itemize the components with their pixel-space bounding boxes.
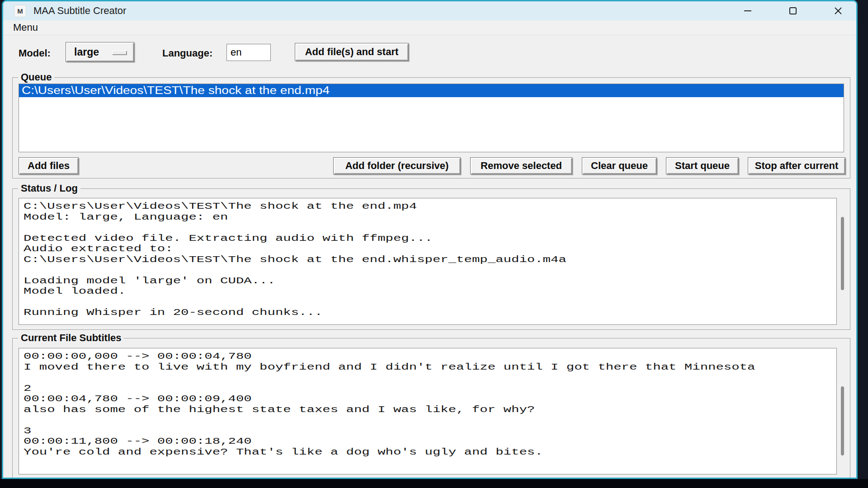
close-icon [834, 7, 842, 15]
queue-list-item[interactable]: C:\Users\User\Videos\TEST\The shock at t… [19, 84, 844, 97]
subtitles-text: 00:00:00,000 --> 00:00:04,780 I moved th… [24, 351, 837, 457]
add-folder-recursive-button[interactable]: Add folder (recursive) [333, 157, 461, 174]
language-label: Language: [162, 47, 212, 59]
language-input[interactable] [226, 44, 271, 61]
minimize-icon [744, 7, 752, 15]
clear-queue-button[interactable]: Clear queue [582, 157, 657, 174]
model-dropdown[interactable]: large [66, 42, 134, 62]
add-files-button[interactable]: Add files [19, 157, 79, 174]
queue-group-title: Queue [18, 71, 54, 83]
taskbar [0, 479, 868, 488]
status-log-title: Status / Log [18, 183, 80, 194]
menu-item-menu[interactable]: Menu [3, 22, 38, 33]
queue-listbox[interactable]: C:\Users\User\Videos\TEST\The shock at t… [19, 84, 844, 152]
queue-item-text: C:\Users\User\Videos\TEST\The shock at t… [22, 84, 330, 97]
model-dropdown-value: large [74, 46, 99, 58]
status-log-scrollbar[interactable] [841, 217, 844, 290]
close-button[interactable] [827, 3, 849, 19]
status-log-group: Status / Log C:\Users\User\Videos\TEST\T… [12, 188, 850, 330]
desktop: M MAA Subtitle Creator [0, 0, 868, 488]
model-label: Model: [19, 47, 51, 59]
start-queue-button[interactable]: Start queue [666, 157, 739, 174]
stop-after-current-button[interactable]: Stop after current [748, 157, 845, 174]
status-log-textarea[interactable]: C:\Users\User\Videos\TEST\The shock at t… [19, 198, 837, 325]
subtitles-group: Current File Subtitles 00:00:00,000 --> … [12, 338, 850, 479]
minimize-button[interactable] [737, 3, 759, 19]
maximize-icon [789, 7, 797, 15]
dropdown-indicator-icon [112, 51, 127, 55]
app-icon: M [14, 5, 26, 17]
status-log-text: C:\Users\User\Videos\TEST\The shock at t… [24, 201, 837, 318]
app-window: M MAA Subtitle Creator [2, 0, 858, 479]
window-controls [737, 1, 849, 20]
remove-selected-button[interactable]: Remove selected [470, 157, 572, 174]
subtitles-textarea[interactable]: 00:00:00,000 --> 00:00:04,780 I moved th… [19, 348, 837, 474]
menu-bar: Menu [3, 20, 856, 35]
subtitles-scrollbar[interactable] [841, 386, 844, 455]
subtitles-group-title: Current File Subtitles [18, 332, 124, 344]
window-title: MAA Subtitle Creator [33, 5, 126, 17]
title-bar[interactable]: M MAA Subtitle Creator [3, 1, 856, 20]
maximize-button[interactable] [782, 3, 804, 19]
add-files-and-start-button[interactable]: Add file(s) and start [295, 43, 409, 61]
queue-group: Queue C:\Users\User\Videos\TEST\The shoc… [12, 77, 850, 178]
